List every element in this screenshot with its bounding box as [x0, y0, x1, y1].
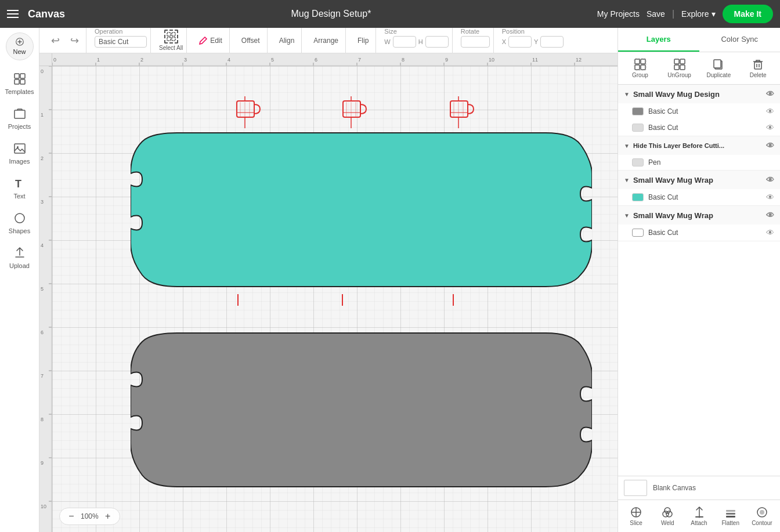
eye-icon-l2c1[interactable]: 👁 [766, 193, 774, 202]
layer-item-l1c2[interactable]: Basic Cut 👁 [618, 120, 780, 136]
svg-rect-75 [343, 101, 360, 117]
sidebar-item-upload[interactable]: Upload [2, 241, 37, 274]
height-input[interactable] [425, 36, 449, 48]
save-button[interactable]: Save [647, 9, 665, 19]
gray-wrap[interactable] [131, 327, 592, 501]
weld-icon [661, 506, 674, 519]
explore-button[interactable]: Explore ▾ [681, 9, 715, 19]
svg-text:T: T [15, 178, 21, 190]
eye-icon-1[interactable]: 👁 [766, 89, 774, 99]
svg-rect-103 [754, 62, 761, 69]
layer-item-l3c1[interactable]: Basic Cut 👁 [618, 225, 780, 241]
svg-rect-6 [20, 79, 25, 84]
svg-rect-14 [167, 37, 171, 41]
mug-icon-1 [233, 96, 262, 128]
ruler-v: 012345678910 [39, 66, 52, 532]
zoom-in-button[interactable]: + [102, 511, 114, 522]
eye-icon-hide[interactable]: 👁 [766, 141, 774, 150]
arrange-button[interactable]: Arrange [310, 35, 342, 46]
svg-text:8: 8 [402, 57, 405, 63]
layer-group-hide-header[interactable]: ▼ Hide This Layer Before Cutti... 👁 [618, 136, 780, 155]
align-mark-1 [235, 294, 241, 306]
select-all-button[interactable]: Select All [159, 30, 183, 51]
sidebar-item-images[interactable]: Images [2, 137, 37, 169]
expand-arrow-2: ▼ [624, 177, 630, 183]
contour-icon [756, 506, 768, 519]
select-all-icon [164, 30, 178, 44]
svg-rect-100 [680, 65, 685, 70]
edit-icon [198, 36, 208, 45]
svg-rect-3 [15, 74, 19, 78]
eye-icon-l1c1[interactable]: 👁 [766, 107, 774, 116]
right-panel: Layers Color Sync Group UnGroup Duplicat… [618, 28, 780, 532]
make-it-button[interactable]: Make It [723, 5, 773, 23]
offset-button[interactable]: Offset [238, 35, 263, 46]
mug-icon-3 [447, 96, 476, 128]
redo-button[interactable]: ↪ [67, 33, 82, 48]
hamburger-menu[interactable] [7, 10, 19, 18]
svg-rect-12 [167, 32, 171, 36]
align-button[interactable]: Align [276, 35, 298, 46]
layer-item-l2c1[interactable]: Basic Cut 👁 [618, 189, 780, 205]
sidebar-item-text[interactable]: T Text [2, 172, 37, 204]
svg-text:0: 0 [41, 68, 44, 74]
canvas-viewport[interactable]: − 100% + [52, 66, 618, 532]
svg-text:4: 4 [41, 243, 44, 248]
ungroup-icon [673, 58, 686, 71]
svg-text:6: 6 [41, 330, 44, 335]
svg-point-110 [666, 511, 672, 517]
ungroup-button[interactable]: UnGroup [661, 56, 698, 81]
layer-item-pen[interactable]: Pen [618, 155, 780, 170]
layer-group-2-header[interactable]: ▼ Small Wavy Mug Wrap 👁 [618, 171, 780, 189]
flatten-button[interactable]: Flatten [716, 504, 745, 529]
sidebar-item-templates[interactable]: Templates [2, 67, 37, 100]
edit-button[interactable]: Edit [195, 34, 226, 47]
svg-rect-82 [450, 101, 468, 117]
width-input[interactable] [393, 36, 416, 48]
sidebar-item-shapes[interactable]: Shapes [2, 207, 37, 239]
images-label: Images [9, 158, 30, 165]
rotate-input[interactable] [461, 36, 490, 48]
toolbar: ↩ ↪ Operation Basic Cut Select All [39, 28, 618, 53]
svg-text:2: 2 [41, 155, 44, 161]
zoom-controls: − 100% + [59, 508, 120, 525]
zoom-out-button[interactable]: − [66, 511, 77, 522]
slice-button[interactable]: Slice [622, 504, 651, 529]
group-button[interactable]: Group [622, 56, 659, 81]
eye-icon-l1c2[interactable]: 👁 [766, 123, 774, 132]
teal-wrap[interactable] [131, 127, 592, 292]
canvas-grid [52, 66, 618, 532]
layer-group-1-header[interactable]: ▼ Small Wavy Mug Design 👁 [618, 85, 780, 103]
operation-select[interactable]: Basic Cut [95, 36, 147, 48]
new-button[interactable]: New [6, 32, 34, 60]
canvas-with-ruler: 012345678910111213 012345678910 [39, 53, 618, 532]
layer-group-3: ▼ Small Wavy Mug Wrap 👁 Basic Cut 👁 [618, 206, 780, 241]
contour-button[interactable]: Contour [748, 504, 777, 529]
attach-button[interactable]: Attach [684, 504, 713, 529]
layer-label-l3c1: Basic Cut [648, 229, 761, 237]
x-input[interactable] [508, 36, 532, 48]
duplicate-button[interactable]: Duplicate [700, 56, 738, 81]
my-projects-link[interactable]: My Projects [597, 9, 640, 19]
eye-icon-l3c1[interactable]: 👁 [766, 228, 774, 237]
undo-button[interactable]: ↩ [48, 33, 63, 48]
layer-label-pen: Pen [648, 158, 774, 167]
svg-text:4: 4 [228, 57, 230, 63]
eye-icon-3[interactable]: 👁 [766, 211, 774, 220]
layer-item-l1c1[interactable]: Basic Cut 👁 [618, 103, 780, 120]
color-swatch-empty-1 [632, 124, 644, 132]
layer-group-3-header[interactable]: ▼ Small Wavy Mug Wrap 👁 [618, 206, 780, 225]
flip-button[interactable]: Flip [354, 35, 372, 46]
eye-icon-2[interactable]: 👁 [766, 175, 774, 184]
svg-text:5: 5 [271, 57, 274, 63]
shapes-label: Shapes [9, 227, 30, 234]
delete-button[interactable]: Delete [739, 56, 777, 81]
y-input[interactable] [540, 36, 564, 48]
left-sidebar: New Templates Projects Images T Text Sha… [0, 28, 39, 532]
weld-button[interactable]: Weld [653, 504, 682, 529]
tab-color-sync[interactable]: Color Sync [699, 28, 781, 52]
templates-icon [13, 72, 27, 86]
tab-layers[interactable]: Layers [618, 28, 699, 52]
layer-label-l1c2: Basic Cut [648, 124, 761, 132]
sidebar-item-projects[interactable]: Projects [2, 102, 37, 135]
